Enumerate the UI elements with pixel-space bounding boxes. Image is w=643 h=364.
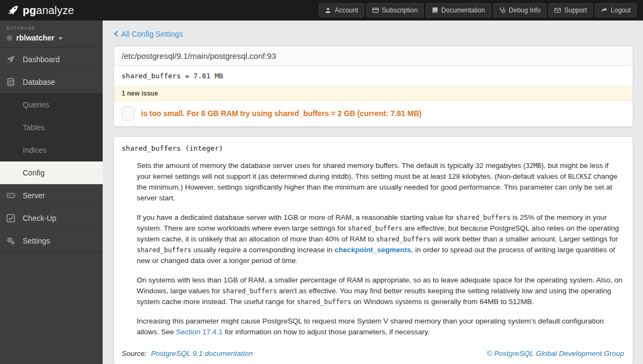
sidebar-item-check-up[interactable]: Check-Up <box>0 207 103 230</box>
nav-button-label: Account <box>334 6 358 14</box>
brand-rest: analyze <box>36 4 74 16</box>
paper-plane-icon <box>6 55 15 64</box>
brand-logo[interactable]: pganalyze <box>8 4 74 17</box>
navbar-buttons: AccountSubscriptionDocumentationDebug In… <box>317 3 637 17</box>
sidebar-item-settings[interactable]: Settings <box>0 230 103 252</box>
nav-debug-info-button[interactable]: Debug Info <box>493 3 547 17</box>
doc-text: for information on how to adjust those p… <box>223 328 430 336</box>
sidebar-item-label: Check-Up <box>23 214 56 223</box>
database-label: DATABASE <box>6 25 96 31</box>
doc-paragraph: Increasing this parameter might cause Po… <box>137 316 624 338</box>
breadcrumb-all-config-settings[interactable]: All Config Settings <box>113 30 183 38</box>
doc-text: will work better than a smaller amount. … <box>431 235 618 243</box>
sidebar-item-queries[interactable]: Queries <box>0 93 103 116</box>
main-content: All Config Settings /etc/postgresql/9.1/… <box>103 21 643 364</box>
sidebar-item-label: Database <box>23 78 55 86</box>
doc-source-link[interactable]: PostgreSQL 9.1 documentation <box>151 349 252 358</box>
sidebar-item-label: Server <box>23 191 45 200</box>
doc-footer: Source: PostgreSQL 9.1 documentation © P… <box>122 349 624 358</box>
database-icon <box>6 78 15 86</box>
sidebar-item-label: Config <box>23 168 44 177</box>
doc-link[interactable]: Section 17.4.1 <box>176 328 223 336</box>
inline-code: 32MB <box>526 162 541 170</box>
sidebar-nav: DashboardDatabaseQueriesTablesIndicesCon… <box>0 48 103 252</box>
doc-source-label: Source: <box>122 349 147 358</box>
sidebar-item-label: Indices <box>23 146 46 154</box>
inline-code: shared_buffers <box>376 235 431 243</box>
inline-code: shared_buffers <box>222 287 277 295</box>
inline-code: BLCKSZ <box>568 173 591 180</box>
brand-bold: pg <box>23 4 36 16</box>
doc-text: usually require a corresponding increase… <box>191 246 334 254</box>
sidebar-item-label: Tables <box>23 123 44 132</box>
nav-button-label: Documentation <box>441 6 485 14</box>
database-selector[interactable]: rblwatcher <box>6 33 96 42</box>
sidebar-item-config[interactable]: Config <box>0 161 103 184</box>
doc-text: Sets the amount of memory the database s… <box>137 161 526 170</box>
breadcrumb-label: All Config Settings <box>121 30 183 38</box>
chevron-left-icon <box>113 31 118 37</box>
top-navbar: pganalyze AccountSubscriptionDocumentati… <box>0 0 643 21</box>
nav-button-label: Debug Info <box>509 6 541 14</box>
config-file-path: /etc/postgresql/9.1/main/postgresql.conf… <box>114 46 633 66</box>
gears-icon <box>6 237 15 245</box>
sidebar-item-database[interactable]: Database <box>0 71 103 93</box>
doc-text: on Windows systems is generally from 64M… <box>351 298 534 306</box>
user-icon <box>325 7 331 14</box>
sidebar: DATABASE rblwatcher DashboardDatabaseQue… <box>0 21 103 364</box>
documentation-panel: shared_buffers (integer) Sets the amount… <box>113 136 633 364</box>
database-selector-block: DATABASE rblwatcher <box>0 21 103 48</box>
issue-warning-text: is too small. For 8 GB RAM try using sha… <box>141 109 421 118</box>
nav-button-label: Subscription <box>382 6 418 14</box>
nav-account-button[interactable]: Account <box>319 3 364 17</box>
sidebar-item-server[interactable]: Server <box>0 184 103 207</box>
server-icon <box>6 191 15 200</box>
envelope-icon <box>554 7 561 14</box>
issue-row[interactable]: is too small. For 8 GB RAM try using sha… <box>114 101 633 126</box>
book-icon <box>432 7 438 14</box>
doc-paragraph: If you have a dedicated database server … <box>137 212 624 266</box>
sidebar-item-dashboard[interactable]: Dashboard <box>0 48 103 71</box>
doc-paragraph: On systems with less than 1GB of RAM, a … <box>137 275 624 307</box>
sidebar-item-label: Queries <box>23 100 49 109</box>
doc-setting-link[interactable]: checkpoint_segments <box>334 246 411 254</box>
nav-logout-button[interactable]: Logout <box>595 3 637 17</box>
nav-support-button[interactable]: Support <box>548 3 593 17</box>
sidebar-item-label: Dashboard <box>23 55 60 64</box>
setting-value-line: shared_buffers = 7.81 MB <box>114 66 633 86</box>
nav-button-label: Logout <box>611 6 631 14</box>
sidebar-item-label: Settings <box>23 237 50 245</box>
credit-card-icon <box>372 7 379 14</box>
sidebar-item-tables[interactable]: Tables <box>0 116 103 139</box>
doc-body: Sets the amount of memory the database s… <box>122 160 624 338</box>
doc-source: Source: PostgreSQL 9.1 documentation <box>122 349 252 358</box>
config-setting-panel: /etc/postgresql/9.1/main/postgresql.conf… <box>113 46 633 127</box>
doc-setting-heading: shared_buffers (integer) <box>122 144 624 152</box>
database-status-dot <box>6 35 12 41</box>
doc-text: If you have a dedicated database server … <box>137 213 456 221</box>
nav-subscription-button[interactable]: Subscription <box>366 3 424 17</box>
inline-code: shared_buffers <box>137 246 191 254</box>
stethoscope-icon <box>499 7 506 14</box>
share-arrow-icon <box>601 7 607 14</box>
inline-code: shared_buffers <box>297 298 351 306</box>
inline-code: shared_buffers <box>456 214 511 221</box>
doc-paragraph: Sets the amount of memory the database s… <box>137 160 624 204</box>
check-square-icon <box>6 214 15 223</box>
sidebar-item-indices[interactable]: Indices <box>0 139 103 161</box>
broken-image-placeholder-icon <box>122 106 135 120</box>
app-window: pganalyze AccountSubscriptionDocumentati… <box>0 0 643 364</box>
nav-documentation-button[interactable]: Documentation <box>426 3 491 17</box>
issues-count-banner: 1 new issue <box>114 86 633 101</box>
brand-wordmark: pganalyze <box>23 4 74 17</box>
chevron-down-icon <box>58 37 63 40</box>
nav-button-label: Support <box>564 6 587 14</box>
database-name: rblwatcher <box>16 33 55 42</box>
inline-code: shared_buffers <box>348 225 403 232</box>
doc-copyright: © PostgreSQL Global Development Group <box>487 349 624 358</box>
rocket-icon <box>8 5 18 16</box>
